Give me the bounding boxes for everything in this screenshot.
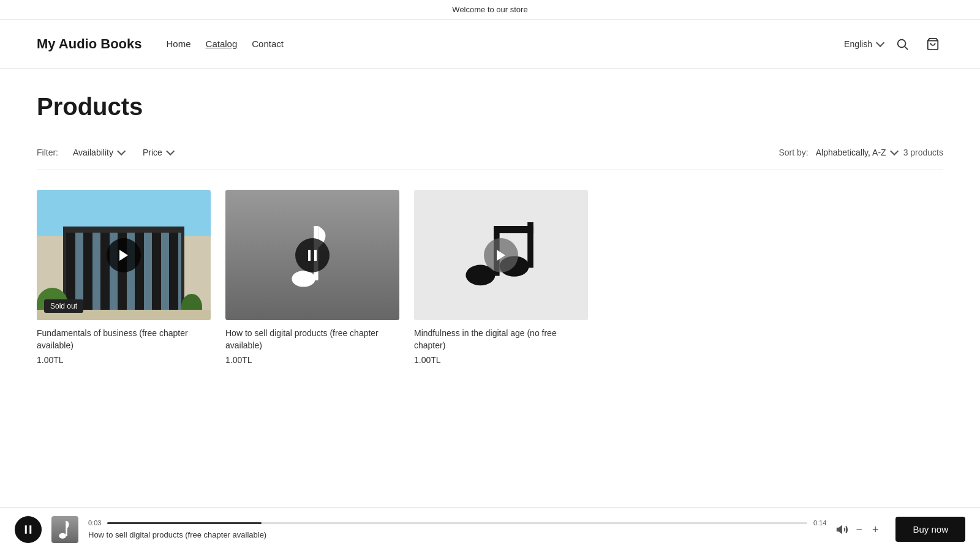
product-card-1[interactable]: Sold out Fundamentals of business (free … <box>37 190 211 365</box>
header-right: English <box>844 34 943 54</box>
header: My Audio Books Home Catalog Contact Engl… <box>0 20 980 69</box>
search-button[interactable] <box>892 34 913 54</box>
sort-value: Alphabetically, A-Z <box>816 148 886 157</box>
product-name-3: Mindfulness in the digital age (no free … <box>414 328 588 351</box>
language-label: English <box>844 39 872 49</box>
pause-icon-2 <box>305 248 320 263</box>
svg-marker-3 <box>119 250 128 261</box>
sold-out-badge-1: Sold out <box>44 299 83 313</box>
product-name-2: How to sell digital products (free chapt… <box>225 328 399 351</box>
price-filter-label: Price <box>143 148 162 157</box>
price-filter-button[interactable]: Price <box>138 145 177 160</box>
nav-catalog[interactable]: Catalog <box>206 39 238 49</box>
price-chevron-icon <box>166 147 175 156</box>
product-card-2[interactable]: How to sell digital products (free chapt… <box>225 190 399 365</box>
main-content: Products Filter: Availability Price Sort… <box>0 69 980 426</box>
sort-chevron-icon <box>890 147 899 156</box>
nav-home[interactable]: Home <box>167 39 191 49</box>
filter-bar: Filter: Availability Price Sort by: Alph… <box>37 145 943 170</box>
availability-filter-label: Availability <box>73 148 113 157</box>
filter-left: Filter: Availability Price <box>37 145 177 160</box>
sort-by-label: Sort by: <box>778 148 808 157</box>
svg-line-1 <box>905 47 908 50</box>
availability-chevron-icon <box>117 147 126 156</box>
play-icon-1 <box>116 248 131 263</box>
product-price-1: 1.00TL <box>37 355 211 365</box>
product-price-3: 1.00TL <box>414 355 588 365</box>
play-button-3[interactable] <box>484 238 518 272</box>
top-banner: Welcome to our store <box>0 0 980 20</box>
play-overlay-3 <box>414 190 588 320</box>
play-button-1[interactable] <box>107 238 141 272</box>
product-count: 3 products <box>903 148 943 157</box>
svg-rect-7 <box>314 250 317 261</box>
page-title: Products <box>37 93 943 121</box>
product-grid: Sold out Fundamentals of business (free … <box>37 190 588 365</box>
banner-text: Welcome to our store <box>452 5 527 14</box>
play-icon-3 <box>494 248 508 263</box>
cart-button[interactable] <box>922 34 943 54</box>
product-card-3[interactable]: Mindfulness in the digital age (no free … <box>414 190 588 365</box>
search-icon <box>895 37 909 51</box>
site-title[interactable]: My Audio Books <box>37 36 142 52</box>
cart-icon <box>926 37 940 51</box>
pause-button-2[interactable] <box>295 238 330 272</box>
filter-right: Sort by: Alphabetically, A-Z 3 products <box>778 148 943 157</box>
product-name-1: Fundamentals of business (free chapter a… <box>37 328 211 351</box>
product-image-1: Sold out <box>37 190 211 320</box>
availability-filter-button[interactable]: Availability <box>68 145 128 160</box>
main-nav: Home Catalog Contact <box>167 39 284 49</box>
product-image-3 <box>414 190 588 320</box>
nav-contact[interactable]: Contact <box>252 39 284 49</box>
header-left: My Audio Books Home Catalog Contact <box>37 36 284 52</box>
language-chevron-icon <box>876 38 884 47</box>
product-image-2 <box>225 190 399 320</box>
language-selector[interactable]: English <box>844 39 882 49</box>
svg-point-0 <box>898 39 906 47</box>
svg-marker-13 <box>497 250 505 261</box>
pause-overlay-2 <box>225 190 399 320</box>
sort-button[interactable]: Alphabetically, A-Z <box>816 148 896 157</box>
svg-rect-6 <box>308 250 311 261</box>
filter-label: Filter: <box>37 148 58 157</box>
product-price-2: 1.00TL <box>225 355 399 365</box>
